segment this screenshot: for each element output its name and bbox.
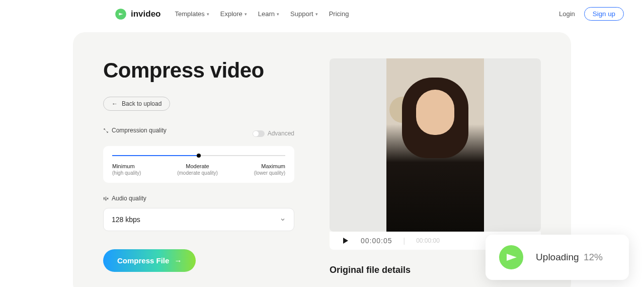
arrow-left-icon: ← [112, 100, 118, 107]
svg-point-3 [107, 197, 108, 198]
chevron-down-icon: ▾ [245, 12, 247, 17]
audio-settings-icon [103, 196, 109, 201]
page-title: Compress video [103, 58, 294, 83]
quality-slider[interactable] [112, 155, 285, 156]
slider-thumb[interactable] [197, 154, 201, 158]
nav-pricing[interactable]: Pricing [329, 10, 349, 18]
slider-min-label: Minimum(high quality) [112, 163, 141, 176]
controls-panel: Compress video ← Back to upload Compress… [103, 58, 294, 275]
nav-templates[interactable]: Templates▾ [175, 10, 209, 18]
signup-button[interactable]: Sign up [584, 7, 624, 21]
slider-max-label: Maximum(lower quality) [254, 163, 285, 176]
toggle-switch-icon [253, 130, 265, 137]
upload-status: Uploading 12% [536, 252, 603, 263]
upload-label: Uploading [536, 252, 579, 262]
svg-point-2 [105, 199, 106, 200]
compression-section-row: Compression quality Advanced [103, 127, 294, 140]
audio-quality-value: 128 kbps [112, 216, 140, 224]
advanced-toggle[interactable]: Advanced [253, 130, 294, 137]
upload-percent: 12% [584, 252, 603, 262]
audio-label: Audio quality [103, 195, 294, 202]
compress-icon [103, 128, 109, 133]
brand-name: invideo [131, 9, 161, 19]
play-icon[interactable] [342, 237, 350, 245]
current-time: 00:00:05 [361, 237, 392, 245]
audio-quality-select[interactable]: 128 kbps [103, 208, 294, 231]
compression-slider-card: Minimum(high quality) Moderate(moderate … [103, 146, 294, 183]
brand-logo[interactable]: invideo [115, 8, 161, 20]
time-separator: | [404, 237, 406, 245]
nav-learn[interactable]: Learn▾ [258, 10, 279, 18]
invideo-logo-icon [115, 8, 127, 20]
chevron-down-icon: ▾ [277, 12, 279, 17]
login-link[interactable]: Login [559, 10, 575, 18]
nav-explore[interactable]: Explore▾ [220, 10, 247, 18]
slider-mid-label: Moderate(moderate quality) [177, 163, 218, 176]
svg-point-1 [104, 197, 105, 198]
upload-progress-card: Uploading 12% [486, 235, 629, 280]
slider-fill [112, 155, 199, 156]
chevron-down-icon [280, 217, 286, 223]
chevron-down-icon: ▾ [207, 12, 209, 17]
slider-labels: Minimum(high quality) Moderate(moderate … [112, 163, 285, 176]
nav-right: Login Sign up [559, 7, 624, 21]
compression-label: Compression quality [103, 127, 167, 134]
video-preview [330, 58, 541, 232]
arrow-right-icon: → [174, 256, 182, 265]
invideo-logo-icon [498, 244, 525, 271]
back-to-upload-button[interactable]: ← Back to upload [103, 97, 170, 111]
chevron-down-icon: ▾ [315, 12, 318, 17]
nav-support[interactable]: Support▾ [290, 10, 318, 18]
compress-file-button[interactable]: Compress File → [103, 249, 196, 272]
top-navigation: invideo Templates▾ Explore▾ Learn▾ Suppo… [0, 0, 644, 28]
nav-links: Templates▾ Explore▾ Learn▾ Support▾ Pric… [175, 10, 349, 18]
video-thumbnail[interactable] [386, 58, 484, 232]
total-duration: 00:00:00 [416, 237, 440, 244]
